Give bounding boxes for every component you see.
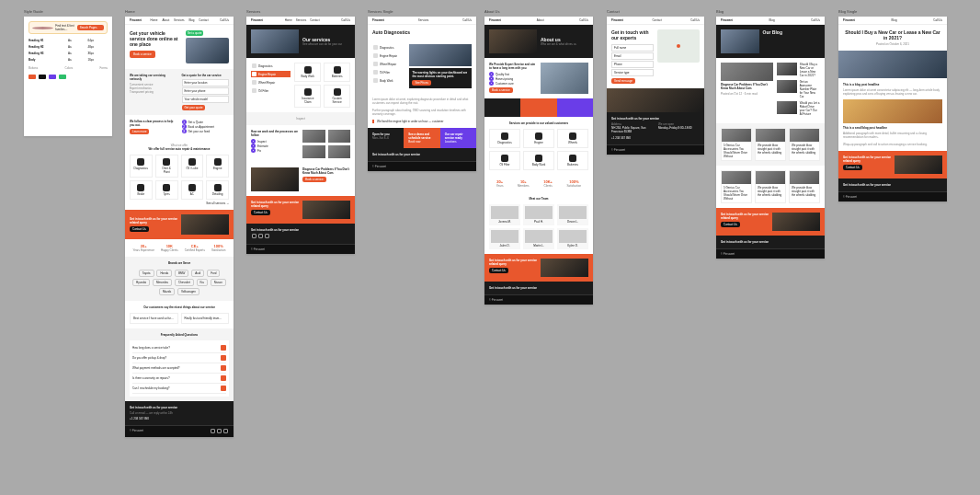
service-tile[interactable]: Diagnostics [130,155,153,178]
blog-grid-item[interactable]: 5 Genius Car Accessories You Should Neve… [721,128,752,161]
map-pin-icon [677,44,680,48]
service-sidebar: Diagnostics Engine Repair Wheel Repair O… [251,63,291,108]
artboard-services[interactable]: Services FinsweetHomeServicesContactCall… [246,17,355,254]
artboard-blog[interactable]: Blog FinsweetBlogCall Us Our Blog Diagno… [716,17,825,259]
logo[interactable]: Finsweet [130,18,142,22]
blog-side-item[interactable]: Should I Buy a New Car or Lease a New Ca… [777,63,820,77]
diagnostics-icon [137,158,144,166]
artboard-title: Style Guide [24,9,43,14]
see-all-link[interactable]: See all services → [130,201,229,205]
primary-nav: Home About Services Blog Contact [149,18,211,22]
artboard-title: Home [125,9,135,14]
hero-image [186,38,229,63]
testimonial-card: Best service I have used so far… [130,313,178,324]
field-phone[interactable]: Enter your phone [182,87,230,95]
workshop-photo [607,88,704,112]
article-inline-image [843,99,942,123]
hero-title: Get your vehicle service done online at … [130,30,182,47]
site-footer: © Finsweet [125,425,234,437]
contact-field-name[interactable]: Full name [611,44,654,52]
styleguide-search[interactable]: Find text & font families… Search Pages [28,21,108,34]
artboard-styleguide[interactable]: Style Guide Find text & font families… S… [24,17,112,136]
contact-submit[interactable]: Send message [611,78,635,84]
color-swatches [28,75,108,80]
sg-row-label: Heading H1 [28,39,68,42]
hero-badge[interactable]: Get a quote [186,30,204,36]
brand-chips: Toyota Honda BMW Audi Ford Hyundai Merce… [130,269,229,296]
hero-cta[interactable]: Book a service [130,51,155,58]
expand-icon[interactable] [221,345,226,351]
field-location[interactable]: Enter your location [182,79,230,86]
blockquote: We fixed the engine light in under an ho… [372,120,472,123]
featured-post-title[interactable]: Diagnose Car Problems If You Don't Know … [721,83,773,90]
page-title: Auto Diagnostics [372,29,472,35]
article-hero-image [838,51,947,78]
quote-submit[interactable]: Get your quote [182,105,206,110]
artboard-home[interactable]: Home Finsweet Home About Services Blog C… [125,17,234,437]
team-member[interactable]: Javena M. [489,204,520,225]
search-button[interactable]: Search Pages [77,25,104,30]
stripe-image [181,214,229,235]
artboard-blog-single[interactable]: Blog Single FinsweetBlogCall Us Should I… [838,17,947,201]
about-photo [541,63,588,94]
field-model[interactable]: Your vehicle model [182,96,230,103]
article-title: Should I Buy a New Car or Lease a New Ca… [843,29,942,40]
artboard-service-single[interactable]: Services Single FinsweetServicesCall Us … [368,17,476,171]
faq-item[interactable]: How long does a service take? [132,343,226,353]
diagnostics-icon [252,63,256,68]
site-header: Finsweet Home About Services Blog Contac… [125,17,234,25]
sidebar-item[interactable]: Diagnostics [251,63,291,69]
search-icon [32,27,53,29]
artboard-about[interactable]: About Us FinsweetAboutCall Us About usWh… [484,17,593,305]
artboard-contact[interactable]: Contact FinsweetContactCall Us Get in to… [607,17,704,155]
map[interactable] [657,29,700,63]
search-placeholder: Find text & font families… [55,24,76,31]
